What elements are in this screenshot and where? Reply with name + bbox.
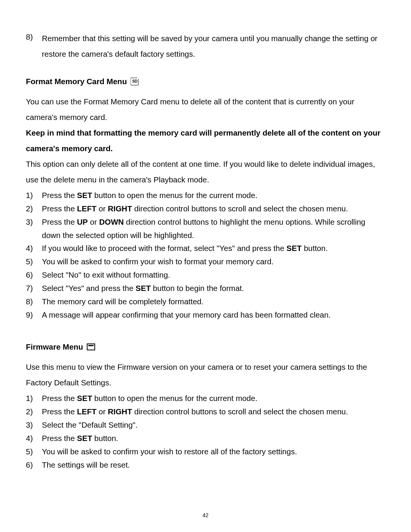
list-text: Press the UP or DOWN direction control b… [42, 216, 385, 242]
list-item: 3)Press the UP or DOWN direction control… [26, 216, 385, 242]
bold-term: RIGHT [108, 204, 132, 213]
section-heading-format: Format Memory Card Menu SD [26, 77, 385, 86]
list-item: 6)Select "No" to exit without formatting… [26, 268, 385, 282]
list-text: Select "Yes" and press the SET button to… [42, 282, 385, 295]
list-number: 9) [26, 308, 42, 322]
list-number: 3) [26, 419, 42, 432]
list-item: 5)You will be asked to confirm your wish… [26, 445, 385, 459]
paragraph: Use this menu to view the Firmware versi… [26, 359, 385, 390]
list-text: You will be asked to confirm your wish t… [42, 255, 385, 268]
bold-term: SET [77, 434, 92, 443]
bold-term: SET [135, 284, 151, 292]
list-number: 7) [26, 282, 42, 295]
list-text: Press the LEFT or RIGHT direction contro… [42, 405, 385, 419]
list-number: 6) [26, 459, 42, 472]
list-text: The settings will be reset. [42, 459, 385, 472]
list-item: 4)Press the SET button. [26, 432, 385, 445]
list-number: 4) [26, 432, 42, 445]
bold-term: DOWN [99, 217, 124, 226]
list-text: If you would like to proceed with the fo… [42, 242, 385, 255]
bold-term: RIGHT [108, 407, 132, 416]
list-item: 2)Press the LEFT or RIGHT direction cont… [26, 405, 385, 419]
list-text: You will be asked to confirm your wish t… [42, 445, 385, 459]
list-item: 5)You will be asked to confirm your wish… [26, 255, 385, 268]
firmware-steps-list: 1)Press the SET button to open the menus… [26, 392, 385, 471]
list-number: 4) [26, 242, 42, 255]
list-text: Press the SET button to open the menus f… [42, 392, 385, 405]
list-item: 7)Select "Yes" and press the SET button … [26, 282, 385, 295]
list-text: A message will appear confirming that yo… [42, 308, 385, 322]
list-text: The memory card will be completely forma… [42, 295, 385, 308]
firmware-icon [87, 343, 95, 350]
list-number: 2) [26, 202, 42, 216]
list-text: Press the LEFT or RIGHT direction contro… [42, 202, 385, 216]
list-item: 6)The settings will be reset. [26, 459, 385, 472]
bold-term: LEFT [77, 407, 96, 416]
list-text: Press the SET button to open the menus f… [42, 189, 385, 202]
list-item: 1)Press the SET button to open the menus… [26, 392, 385, 405]
list-number: 3) [26, 216, 42, 242]
bold-term: SET [77, 394, 92, 403]
list-number: 8) [26, 30, 42, 62]
page-content: 8) Remember that this setting will be sa… [26, 30, 385, 472]
list-item: 4)If you would like to proceed with the … [26, 242, 385, 255]
bold-term: UP [77, 217, 88, 226]
list-number: 1) [26, 189, 42, 202]
section-heading-firmware: Firmware Menu [26, 342, 385, 351]
list-item: 1)Press the SET button to open the menus… [26, 189, 385, 202]
bold-term: SET [287, 244, 302, 252]
list-number: 8) [26, 295, 42, 308]
heading-text: Firmware Menu [26, 342, 83, 351]
list-item: 8)The memory card will be completely for… [26, 295, 385, 308]
list-text: Remember that this setting will be saved… [42, 30, 385, 62]
list-item: 8) Remember that this setting will be sa… [26, 30, 385, 62]
warning-paragraph: Keep in mind that formatting the memory … [26, 125, 385, 156]
heading-text: Format Memory Card Menu [26, 77, 127, 86]
list-number: 5) [26, 445, 42, 459]
list-item: 2)Press the LEFT or RIGHT direction cont… [26, 202, 385, 216]
bold-term: LEFT [77, 204, 96, 213]
bold-term: SET [77, 191, 92, 200]
list-number: 6) [26, 268, 42, 282]
list-number: 5) [26, 255, 42, 268]
sd-card-icon: SD [131, 78, 139, 85]
list-text: Select "No" to exit without formatting. [42, 268, 385, 282]
list-text: Press the SET button. [42, 432, 385, 445]
format-steps-list: 1)Press the SET button to open the menus… [26, 189, 385, 321]
list-number: 2) [26, 405, 42, 419]
list-text: Select the "Default Setting". [42, 419, 385, 432]
list-item: 9)A message will appear confirming that … [26, 308, 385, 322]
list-number: 1) [26, 392, 42, 405]
page-number: 42 [0, 512, 411, 518]
paragraph: This option can only delete all of the c… [26, 156, 385, 187]
list-item: 3)Select the "Default Setting". [26, 419, 385, 432]
paragraph: You can use the Format Memory Card menu … [26, 94, 385, 125]
